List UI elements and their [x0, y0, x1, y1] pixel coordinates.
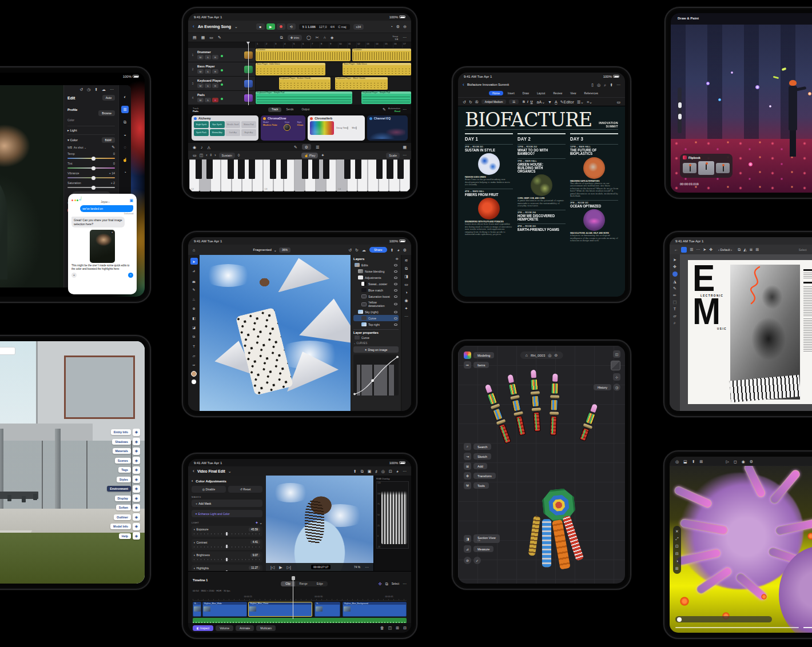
footer-tab-track[interactable]: Track	[268, 107, 281, 112]
fullscreen-keyboard-icon[interactable]: ▦	[403, 145, 407, 149]
panel-button-soften[interactable]: Soften	[116, 505, 131, 510]
align-icon[interactable]: ≣	[750, 247, 753, 251]
cloud-icon[interactable]: ☁	[362, 248, 366, 252]
share-icon[interactable]: ⬆	[94, 87, 98, 91]
black-key[interactable]	[206, 159, 213, 179]
facetime-icon[interactable]: ▣	[129, 198, 133, 202]
zoom-level[interactable]: 36%	[279, 247, 290, 253]
contact-name[interactable]: Joyce ›	[81, 201, 129, 203]
import-icon[interactable]: ⧉	[361, 469, 364, 473]
layer-row[interactable]: Adjustments	[353, 274, 399, 281]
play-mode-button[interactable]: ☝ Play	[301, 153, 318, 158]
s-button[interactable]: S	[205, 98, 211, 102]
visibility-icon[interactable]	[394, 311, 397, 313]
brush-tool[interactable]: ✎	[190, 286, 198, 293]
visibility-icon[interactable]	[394, 317, 397, 319]
black-key[interactable]	[323, 159, 329, 179]
slider-track[interactable]	[194, 558, 260, 561]
align-icon[interactable]: ☰⌄	[577, 100, 584, 104]
count-badge[interactable]: x34	[353, 24, 364, 30]
alchemy-snapshot[interactable]: Dark Arp	[225, 129, 240, 136]
r-button[interactable]: R	[212, 55, 218, 59]
r-button[interactable]: R	[212, 69, 218, 74]
track-header[interactable]: 1DrummerMSR	[188, 48, 256, 62]
camera-icon[interactable]: ⊡	[675, 544, 679, 548]
color-section[interactable]: ▾ Color	[67, 138, 78, 142]
zoom-tool[interactable]: ⌕	[674, 321, 676, 325]
camera-icon[interactable]: ▣	[368, 469, 372, 473]
lcd-display[interactable]: 5 1 1.086127,0 4/4C maj	[299, 24, 350, 30]
power-icon[interactable]	[194, 117, 197, 120]
tool-add[interactable]: Add	[473, 463, 487, 469]
crop-icon[interactable]: ⊞	[396, 626, 399, 630]
tab-view[interactable]: View	[567, 91, 579, 95]
back-icon[interactable]: ‹	[192, 479, 193, 483]
video-clip[interactable]: B...	[193, 602, 201, 617]
panel-button-model-info[interactable]: Model Info	[110, 524, 131, 529]
m-button[interactable]: M	[197, 83, 204, 88]
back-icon[interactable]: ‹	[193, 469, 194, 474]
visibility-icon[interactable]	[394, 289, 397, 291]
window-controls[interactable]	[71, 198, 79, 202]
pencil-icon[interactable]: ✎	[218, 35, 221, 39]
help-icon[interactable]: ◕	[396, 469, 399, 473]
region[interactable]: Bass Player - Indie Disco	[256, 63, 325, 75]
panel-button-scenes[interactable]: Scenes	[115, 458, 131, 464]
snap-setting[interactable]: Snap1/4	[392, 35, 398, 41]
font-name[interactable]: Antipol Medium	[481, 99, 507, 104]
history-icon[interactable]: ◷	[87, 87, 90, 91]
pencil-tool[interactable]: ✏	[673, 293, 676, 297]
m-button[interactable]: M	[197, 69, 204, 74]
help-icon[interactable]: ◕	[397, 248, 399, 252]
section-view-button[interactable]: Section View Off	[473, 534, 500, 543]
slider-track[interactable]	[194, 533, 260, 536]
undo-icon[interactable]: ↺	[79, 87, 83, 91]
video-clip[interactable]: Skyline_Blue_Wide	[202, 602, 248, 617]
ideas-icon[interactable]: ◎	[597, 83, 600, 87]
curves-section[interactable]: ⌄ CURVES	[353, 342, 399, 345]
r-button[interactable]: R	[212, 83, 218, 88]
slider-value[interactable]: 9.07	[250, 553, 260, 557]
s-button[interactable]: S	[205, 83, 211, 88]
tab-references[interactable]: References	[580, 91, 602, 95]
jog-icon[interactable]: ◎	[381, 469, 385, 473]
same-button[interactable]: Same	[810, 247, 812, 253]
app-logo[interactable]	[681, 247, 687, 253]
eraser-tool[interactable]: ◪	[190, 324, 198, 331]
panel-button-help[interactable]: Help	[119, 533, 131, 539]
shape-tool[interactable]: ▱	[673, 314, 676, 318]
panel-button-entity-info[interactable]: Entity Info	[111, 429, 131, 435]
presets-icon[interactable]: ◐	[121, 93, 129, 101]
mode-edge[interactable]: Edge	[312, 581, 328, 586]
grid-icon[interactable]: ⊞	[675, 566, 679, 570]
crop-tool[interactable]: ⧉	[190, 333, 198, 340]
tab-layout[interactable]: Layout	[534, 91, 548, 95]
region[interactable]: Keyboard Player - Block Chords	[335, 77, 388, 90]
octave-up-icon[interactable]: ›	[214, 153, 216, 157]
region[interactable]: Drummer	[352, 49, 411, 61]
panel-icon[interactable]: ◈	[133, 457, 140, 464]
slider-value[interactable]: 4.41	[250, 540, 260, 544]
auto-button[interactable]: Auto	[102, 95, 115, 101]
panel-button-styles[interactable]: Styles	[117, 477, 131, 482]
timeline-ruler[interactable]: 00:00:1500:00:3000:00:45	[193, 596, 407, 601]
wet-knob[interactable]: Wet	[352, 127, 356, 129]
save-icon[interactable]: ⊞	[700, 460, 703, 464]
cursor-icon[interactable]: ➤	[703, 247, 706, 251]
record-enable-icon[interactable]: ◉	[193, 145, 196, 149]
record-button[interactable]	[277, 23, 285, 30]
black-key[interactable]	[238, 159, 244, 179]
trash-icon[interactable]: 🗑	[380, 626, 384, 630]
preset-selector[interactable]: ‹ Default ›	[715, 247, 735, 253]
confirm-icon[interactable]: ✓	[473, 557, 481, 564]
layer-row[interactable]: Yellow desaturation	[353, 299, 399, 309]
draft-message[interactable]: This might be the one! I made some quick…	[71, 264, 133, 271]
panel-icon[interactable]: ◈	[133, 523, 140, 530]
panel-button-materials[interactable]: Materials	[113, 448, 132, 454]
glue-icon[interactable]: ⑃	[324, 35, 326, 39]
copy-icon[interactable]: ⧉	[405, 266, 408, 270]
alchemy-snapshot[interactable]: Epic Synth	[210, 121, 225, 128]
alchemy-snapshot[interactable]: Metallic Swell	[225, 121, 240, 128]
editor-icon[interactable]: ✎ Editor	[560, 100, 574, 104]
visibility-icon[interactable]	[394, 283, 397, 285]
